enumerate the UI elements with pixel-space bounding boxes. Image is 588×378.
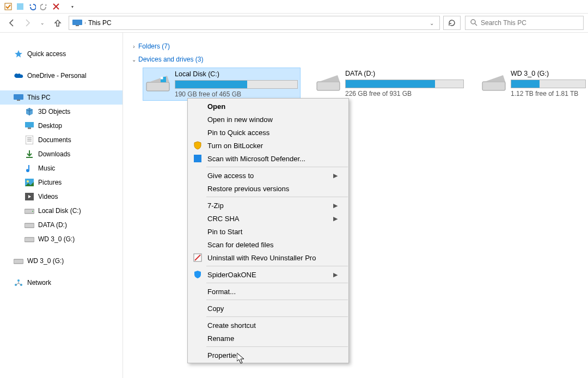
capacity-bar [175,80,298,89]
svg-rect-2 [72,20,82,25]
section-devices[interactable]: ⌄Devices and drives (3) [130,53,588,65]
svg-rect-33 [482,82,505,90]
svg-point-4 [471,20,475,24]
back-button[interactable] [4,15,20,31]
sidebar-downloads[interactable]: Downloads [0,147,122,161]
quick-access-toolbar: ▾ [0,0,588,13]
svg-rect-32 [317,82,340,90]
svg-rect-7 [17,100,20,101]
sidebar-documents[interactable]: Documents [0,133,122,147]
drive-free: 226 GB free of 931 GB [345,90,464,97]
sidebar-wd-external[interactable]: WD 3_0 (G:) [0,254,122,268]
chevron-down-icon: ⌄ [130,57,138,63]
menu-defender[interactable]: Scan with Microsoft Defender... [188,152,348,165]
undo-icon[interactable] [26,1,38,13]
menu-format[interactable]: Format... [188,285,348,298]
drive-name: DATA (D:) [345,70,464,77]
svg-point-17 [27,180,29,182]
sidebar-local-disk-c[interactable]: Local Disk (C:) [0,204,122,218]
sidebar-videos[interactable]: Videos [0,190,122,204]
section-folders[interactable]: ›Folders (7) [130,40,588,52]
menu-spideroak[interactable]: SpiderOakONE▶ [188,268,348,281]
desktop-icon [24,120,35,131]
sidebar-data-d[interactable]: DATA (D:) [0,218,122,232]
sidebar-onedrive[interactable]: OneDrive - Personal [0,69,122,83]
sidebar-this-pc[interactable]: This PC [0,90,122,105]
menu-open-new-window[interactable]: Open in new window [188,113,348,126]
forward-button[interactable] [20,15,35,31]
menu-bitlocker[interactable]: Turn on BitLocker [188,139,348,152]
nav-pane: Quick access OneDrive - Personal This PC… [0,33,123,378]
sidebar-network[interactable]: Network [0,276,122,290]
menu-open[interactable]: Open [188,100,348,113]
drive-icon [13,255,24,266]
menu-pin-start[interactable]: Pin to Start [188,225,348,238]
drive-free: 190 GB free of 465 GB [175,90,298,98]
chevron-right-icon: ▶ [333,202,338,209]
drive-wd-g[interactable]: WD 3_0 (G:) 1.12 TB free of 1.81 TB [479,68,588,101]
redo-icon[interactable] [38,1,50,13]
sidebar-desktop[interactable]: Desktop [0,119,122,133]
context-menu: Open Open in new window Pin to Quick acc… [187,98,349,363]
capacity-bar [345,80,464,88]
drive-data-d[interactable]: DATA (D:) 226 GB free of 931 GB [314,68,466,101]
defender-icon [192,153,203,164]
sidebar-pictures[interactable]: Pictures [0,175,122,190]
svg-rect-3 [76,25,79,26]
drive-icon [24,234,35,245]
refresh-button[interactable] [443,16,461,30]
drive-icon [24,220,35,230]
pictures-icon [24,177,35,188]
search-box[interactable]: Search This PC [465,16,584,30]
menu-copy[interactable]: Copy [188,302,348,315]
drive-name: Local Disk (C:) [175,70,298,78]
sidebar-quick-access[interactable]: Quick access [0,47,122,61]
this-pc-icon [71,19,83,27]
svg-rect-34 [194,155,198,158]
svg-point-15 [27,169,29,172]
menu-properties[interactable]: Properties [188,349,348,362]
chevron-right-icon: ▶ [333,271,338,278]
menu-crc-sha[interactable]: CRC SHA▶ [188,212,348,225]
svg-point-20 [32,211,33,212]
music-icon [24,163,35,174]
sidebar-wd-g[interactable]: WD 3_0 (G:) [0,232,122,246]
new-folder-icon[interactable] [14,1,26,13]
svg-rect-0 [5,3,11,10]
spideroak-icon [192,269,203,280]
menu-scan-deleted[interactable]: Scan for deleted files [188,238,348,251]
recent-button[interactable]: ⌄ [35,15,50,31]
star-icon [13,48,24,59]
revo-icon [192,252,203,263]
search-placeholder: Search This PC [481,19,526,27]
svg-rect-29 [161,77,163,80]
menu-give-access[interactable]: Give access to▶ [188,169,348,182]
menu-rename[interactable]: Rename [188,332,348,345]
address-dropdown-icon[interactable]: ⌄ [426,20,437,26]
svg-rect-37 [198,158,201,162]
customize-icon[interactable]: ▾ [66,1,78,13]
properties-icon[interactable] [2,1,14,13]
address-bar[interactable]: › This PC ⌄ [69,16,440,30]
drive-icon [481,70,506,95]
sidebar-3d-objects[interactable]: 3D Objects [0,105,122,119]
svg-rect-14 [26,157,33,158]
sidebar-music[interactable]: Music [0,161,122,175]
menu-7zip[interactable]: 7-Zip▶ [188,199,348,212]
up-button[interactable] [50,15,65,31]
menu-create-shortcut[interactable]: Create shortcut [188,319,348,332]
svg-rect-9 [28,127,31,129]
menu-revo[interactable]: Uninstall with Revo Uninstaller Pro [188,251,348,264]
chevron-right-icon: ▶ [333,172,338,179]
delete-icon[interactable] [50,1,62,13]
shield-icon [192,140,203,151]
svg-rect-10 [26,136,33,144]
documents-icon [24,135,35,145]
breadcrumb-this-pc[interactable]: This PC [86,19,114,27]
drive-local-disk-c[interactable]: Local Disk (C:) 190 GB free of 465 GB [143,68,301,101]
downloads-icon [24,149,35,160]
menu-restore-versions[interactable]: Restore previous versions [188,182,348,195]
cube-icon [24,106,35,117]
menu-pin-quick-access[interactable]: Pin to Quick access [188,126,348,139]
svg-rect-35 [198,155,201,158]
